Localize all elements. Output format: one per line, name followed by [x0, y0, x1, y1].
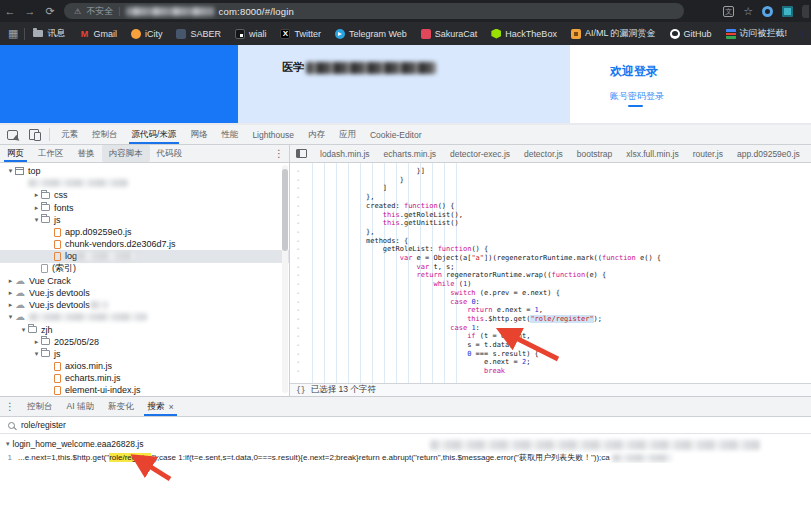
profile-avatar[interactable] — [802, 5, 809, 18]
device-toolbar-icon[interactable] — [29, 129, 39, 140]
navtab-替换[interactable]: 替换 — [71, 145, 102, 162]
tree-row[interactable]: app.d09259e0.js — [0, 226, 289, 238]
address-bar[interactable]: ⚠ 不安全 | com:8000/#/login — [64, 3, 684, 19]
drawer-more-icon[interactable]: ⋮ — [0, 401, 20, 412]
extension-teal-icon[interactable] — [782, 6, 793, 17]
bookmark-item[interactable]: SakuraCat — [421, 29, 478, 39]
tab-内存[interactable]: 内存 — [301, 125, 332, 144]
drawertab-控制台[interactable]: 控制台 — [20, 397, 60, 416]
tree-row[interactable]: ▾js — [0, 214, 289, 226]
tree-row[interactable]: log — [0, 250, 289, 262]
drawertab-新变化[interactable]: 新变化 — [101, 397, 141, 416]
filetab-xlsx-full-min-js[interactable]: xlsx.full.min.js — [619, 145, 685, 162]
password-login-tab[interactable]: 账号密码登录 — [610, 90, 664, 103]
bookmark-item[interactable]: HackTheBox — [491, 29, 557, 39]
inspect-element-icon[interactable] — [7, 130, 18, 140]
result-match-line[interactable]: 1 ...e.next=1,this.$http.get("role/regis… — [0, 452, 811, 463]
back-icon[interactable]: ← — [0, 5, 20, 17]
drawertab-ai-辅助[interactable]: AI 辅助 — [60, 397, 101, 416]
bookmark-item[interactable]: Telegram Web — [335, 29, 407, 39]
tree-row[interactable]: ▾zjh — [0, 323, 289, 335]
chevron-down-icon[interactable]: ▾ — [6, 167, 15, 175]
tree-label: log — [65, 251, 77, 261]
tab-性能[interactable]: 性能 — [214, 125, 245, 144]
chevron-right-icon[interactable]: ▸ — [32, 204, 41, 212]
navigator-toggle-icon[interactable] — [296, 149, 307, 158]
chevron-right-icon[interactable]: ▸ — [32, 338, 41, 346]
tree-row[interactable]: echarts.min.js — [0, 372, 289, 384]
chevron-down-icon[interactable]: ▾ — [19, 326, 28, 334]
forward-icon[interactable]: → — [20, 5, 40, 17]
tab-label: 控制台 — [92, 129, 118, 141]
filetab-echarts-min-js[interactable]: echarts.min.js — [377, 145, 443, 162]
chevron-down-icon[interactable]: ▾ — [32, 350, 41, 358]
tab-控制台[interactable]: 控制台 — [85, 125, 125, 144]
tree-row[interactable]: ▾js — [0, 348, 289, 360]
bookmark-star-icon[interactable]: ☆ — [743, 5, 753, 18]
url-separator: | — [118, 6, 120, 16]
bookmark-item[interactable]: 讯息 — [33, 27, 65, 40]
chevron-down-icon[interactable]: ▾ — [6, 313, 15, 321]
navtab-内容脚本[interactable]: 内容脚本 — [102, 145, 150, 162]
reload-icon[interactable]: ⟳ — [40, 5, 60, 18]
bookmark-item[interactable]: iCity — [131, 29, 163, 39]
tab-元素[interactable]: 元素 — [54, 125, 85, 144]
bookmark-item[interactable]: MGmail — [79, 29, 117, 39]
close-icon[interactable]: × — [168, 402, 173, 412]
tree-row[interactable]: chunk-vendors.d2e306d7.js — [0, 238, 289, 250]
chevron-right-icon[interactable]: ▸ — [6, 277, 15, 285]
bookmark-item[interactable]: NLogin | Nginx UI — [801, 29, 803, 39]
extension-ring-icon[interactable] — [762, 6, 773, 17]
tab-lighthouse[interactable]: Lighthouse — [245, 125, 301, 144]
filetab-router-js[interactable]: router.js — [686, 145, 730, 162]
filetab-login_home[interactable]: login_home — [807, 145, 811, 162]
tree-row[interactable]: (索引) — [0, 263, 289, 275]
chevron-right-icon[interactable]: ▸ — [32, 191, 41, 199]
tree-row[interactable]: ▸☁Vue.js devtools — [0, 287, 289, 299]
chevron-right-icon[interactable]: ▸ — [6, 301, 15, 309]
tree-row[interactable]: ▸☁Vue.js devtools — [0, 299, 289, 311]
tab-label: 控制台 — [27, 401, 53, 413]
tree-row[interactable]: ▸2025/05/28 — [0, 336, 289, 348]
tree-row[interactable]: ▸☁Vue Crack — [0, 275, 289, 287]
tab-网络[interactable]: 网络 — [183, 125, 214, 144]
tab-cookie-editor[interactable]: Cookie-Editor — [363, 125, 429, 144]
tree-scrollbar-thumb[interactable] — [282, 169, 288, 251]
bookmark-item[interactable]: wiali — [235, 29, 267, 39]
bookmark-item[interactable]: XTwitter — [280, 29, 321, 39]
code-area[interactable]: - - - - - - - - - - - - - - - - - - - - … — [290, 163, 811, 383]
filetab-bootstrap[interactable]: bootstrap — [570, 145, 619, 162]
tab-源代码-来源[interactable]: 源代码/来源 — [125, 125, 184, 144]
filetab-detector-exec-js[interactable]: detector-exec.js — [443, 145, 517, 162]
tree-row[interactable] — [0, 177, 289, 189]
translate-icon[interactable]: 文 — [723, 6, 734, 17]
search-bar[interactable]: role/register — [0, 417, 811, 434]
tree-row[interactable]: ▸css — [0, 189, 289, 201]
bookmark-item[interactable]: AI/ML 的漏洞赏金 — [571, 27, 656, 40]
chevron-down-icon[interactable]: ▾ — [32, 216, 41, 224]
tree-row[interactable]: axios.min.js — [0, 360, 289, 372]
navtab-代码段[interactable]: 代码段 — [150, 145, 190, 162]
filetab-app-d09259e0-js[interactable]: app.d09259e0.js — [730, 145, 807, 162]
tree-scrollbar[interactable] — [282, 165, 288, 393]
tree-row[interactable]: ▾☁ — [0, 311, 289, 323]
navtab-网页[interactable]: 网页 — [0, 145, 31, 162]
result-file-row[interactable]: ▾ login_home_welcome.eaa26828.js — [6, 439, 143, 449]
chevron-right-icon[interactable]: ▸ — [6, 289, 15, 297]
navigator-more-icon[interactable]: ⋮ — [269, 148, 289, 159]
bookmark-item[interactable]: GitHub — [670, 29, 712, 39]
filetab-lodash-min-js[interactable]: lodash.min.js — [313, 145, 377, 162]
tree-row[interactable]: ▸fonts — [0, 202, 289, 214]
filetab-detector-js[interactable]: detector.js — [517, 145, 570, 162]
tree-row[interactable]: ▾top — [0, 165, 289, 177]
apps-grid-icon[interactable]: ▦ — [8, 27, 18, 40]
drawertab-搜索[interactable]: 搜索× — [140, 397, 180, 416]
bookmark-item[interactable]: SABER — [176, 29, 221, 39]
search-input[interactable]: role/register — [21, 420, 66, 430]
navtab-工作区[interactable]: 工作区 — [31, 145, 71, 162]
pretty-print-icon[interactable]: {} — [296, 386, 306, 395]
bookmark-item[interactable]: 访问被拦截! — [726, 27, 788, 40]
tab-应用[interactable]: 应用 — [332, 125, 363, 144]
chevron-down-icon[interactable]: ▾ — [6, 440, 10, 448]
tree-row[interactable]: element-ui-index.js — [0, 384, 289, 396]
